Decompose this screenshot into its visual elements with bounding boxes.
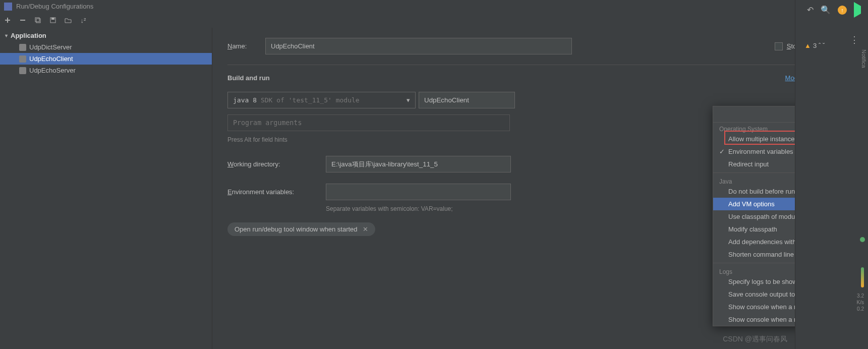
tree-item-udpdictserver[interactable]: UdpDictServer <box>0 41 212 53</box>
tree-item-label: UdpEchoServer <box>29 67 76 74</box>
main-class-input[interactable] <box>419 92 515 108</box>
network-stats: 3.2 K/s 0.2 <box>857 293 864 312</box>
program-arguments-input[interactable] <box>227 114 510 131</box>
tree-item-udpechoclient[interactable]: UdpEchoClient <box>0 53 212 65</box>
save-config-icon[interactable] <box>48 16 57 25</box>
run-config-icon <box>19 67 26 74</box>
remove-config-icon[interactable] <box>18 16 27 25</box>
chevron-down-icon: ▾ <box>407 96 410 104</box>
chevron-icon: ˆ ˇ <box>819 42 825 49</box>
run-config-icon <box>19 55 26 63</box>
sdk-select[interactable]: java 8 SDK of 'test_11_5' module ▾ <box>227 92 416 108</box>
config-toolbar: ↓² <box>0 13 868 28</box>
svg-rect-0 <box>35 18 39 22</box>
tree-root-application[interactable]: ▾ Application <box>0 30 212 41</box>
build-run-section-title: Build and run <box>227 74 270 82</box>
kebab-menu-icon[interactable]: ⋮ <box>850 34 858 45</box>
undo-icon[interactable]: ↶ <box>807 5 814 15</box>
folder-config-icon[interactable] <box>64 16 73 25</box>
working-directory-input[interactable] <box>326 156 511 172</box>
popup-item-label: Modify classpath <box>728 225 777 233</box>
name-input[interactable] <box>265 38 572 54</box>
popup-item-label: Environment variables <box>728 148 793 155</box>
window-titlebar: Run/Debug Configurations — ▢ ✕ <box>0 0 868 13</box>
play-icon[interactable] <box>854 6 861 14</box>
check-icon: ✓ <box>719 148 725 155</box>
sdk-name: java 8 <box>233 96 257 104</box>
config-tree: ▾ Application UdpDictServer UdpEchoClien… <box>0 28 212 349</box>
sort-config-icon[interactable]: ↓² <box>79 16 88 25</box>
run-config-icon <box>19 44 26 51</box>
popup-item-label: Use classpath of module <box>728 213 800 220</box>
environment-variables-label: Environment variables: <box>227 188 326 196</box>
tree-item-udpechoserver[interactable]: UdpEchoServer <box>0 65 212 76</box>
popup-item-label: Do not build before run <box>728 188 795 195</box>
svg-rect-3 <box>51 18 54 20</box>
working-directory-label: Working directory: <box>227 160 326 168</box>
gutter-marker-green <box>860 237 865 242</box>
environment-variables-input[interactable] <box>326 184 511 200</box>
tree-item-label: UdpEchoClient <box>29 55 73 63</box>
csdn-watermark: CSDN @遇事问春风 <box>723 335 787 344</box>
svg-rect-1 <box>36 19 40 23</box>
popup-item-label: Allow multiple instances <box>728 135 798 143</box>
config-form: Name: Store as project file ⚙ Build and … <box>212 28 868 349</box>
add-config-icon[interactable] <box>3 16 12 25</box>
tree-item-label: UdpDictServer <box>29 43 72 51</box>
popup-item-label: Add VM options <box>728 200 775 208</box>
ide-right-strip: ↶ 🔍 ↑ ⋮ ▲ 3 ˆ ˇ Notifica 3.2 K/s 0.2 <box>795 0 868 349</box>
app-icon <box>4 3 12 11</box>
search-icon[interactable]: 🔍 <box>821 5 831 15</box>
gutter-marker-yellow <box>861 267 864 287</box>
popup-item-label: Redirect input <box>728 160 769 168</box>
open-tool-window-chip[interactable]: Open run/debug tool window when started … <box>227 222 375 236</box>
popup-item-label: Save console output to file <box>728 290 805 298</box>
warning-icon: ▲ <box>804 42 811 49</box>
chip-label: Open run/debug tool window when started <box>235 225 358 233</box>
tree-root-label: Application <box>11 32 46 39</box>
warning-count: 3 <box>813 42 817 49</box>
notifications-tab[interactable]: Notifica <box>859 45 868 72</box>
chip-close-icon[interactable]: ✕ <box>363 225 368 233</box>
popup-item-label: Shorten command line <box>728 251 794 258</box>
name-label: Name: <box>227 42 265 50</box>
copy-config-icon[interactable] <box>33 16 42 25</box>
window-title: Run/Debug Configurations <box>16 3 798 10</box>
update-icon[interactable]: ↑ <box>838 6 847 15</box>
store-checkbox[interactable] <box>775 42 783 50</box>
sdk-hint: SDK of 'test_11_5' module <box>261 96 360 104</box>
chevron-down-icon: ▾ <box>5 33 8 38</box>
